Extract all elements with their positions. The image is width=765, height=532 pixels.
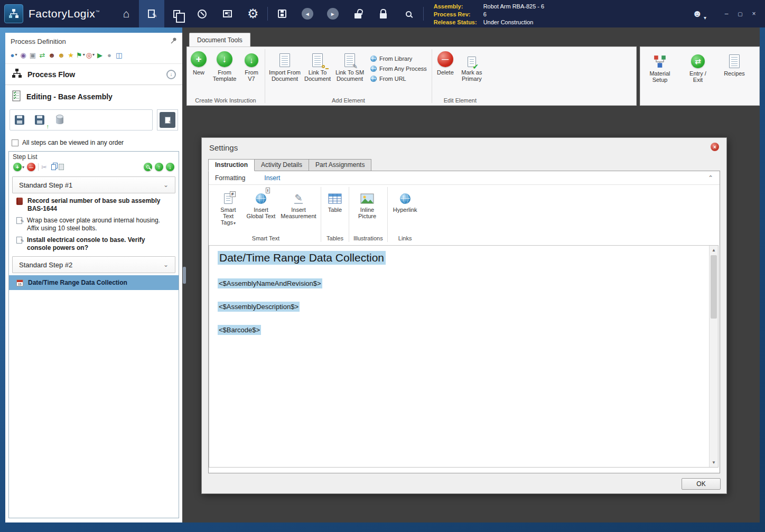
panel-title: Process Definition <box>11 38 66 45</box>
target-icon[interactable]: ◎▾ <box>86 51 95 59</box>
step-list-title: Step List <box>9 152 179 161</box>
close-button[interactable]: × <box>748 8 760 19</box>
calendar-icon <box>16 279 23 286</box>
mark-as-primary-button[interactable]: ✔ Mark as Primary <box>457 50 487 83</box>
start-icon[interactable]: ▶ <box>96 51 104 59</box>
release-status-label: Release Status: <box>434 18 477 26</box>
find-step-button[interactable] <box>144 163 152 171</box>
tab-part-assignments[interactable]: Part Assignments <box>309 159 371 171</box>
move-up-button[interactable]: ↑ <box>155 163 163 171</box>
remove-step-button[interactable]: — <box>27 163 35 171</box>
smart-text-token[interactable]: <$Barcode$> <box>218 325 261 335</box>
operator-icon[interactable]: ☻ <box>48 51 56 59</box>
insert-measurement-button[interactable]: ✎ Insert Measurement <box>278 189 319 220</box>
chevron-down-icon[interactable]: ⌄ <box>163 181 169 189</box>
move-down-button[interactable]: ↓ <box>166 163 174 171</box>
material-setup-button[interactable]: Material Setup <box>646 51 674 84</box>
editor-heading[interactable]: Date/Time Range Data Collection <box>218 251 386 265</box>
smart-text-token[interactable]: <$AssemblyDescription$> <box>218 302 300 312</box>
from-url-button[interactable]: From URL <box>370 76 427 82</box>
documents-stack-icon[interactable] <box>164 0 190 27</box>
tab-insert[interactable]: Insert <box>264 174 280 182</box>
insert-global-text-button[interactable]: I Insert Global Text <box>244 189 278 220</box>
smart-text-token[interactable]: <$AssemblyNameAndRevision$> <box>218 278 322 288</box>
settings-gear-icon[interactable]: ⚙ <box>240 0 266 27</box>
tab-document-tools[interactable]: Document Tools <box>189 33 250 46</box>
collapse-section-icon[interactable]: ↓ <box>166 70 176 79</box>
step-item[interactable]: Install electrical console to base. Veri… <box>9 235 179 254</box>
panel-splitter[interactable] <box>183 267 186 284</box>
from-v7-button[interactable]: ↓ From V7 <box>240 50 263 83</box>
link-to-sm-document-button[interactable]: ✎ Link To SM Document <box>332 50 367 83</box>
step-item[interactable]: Record serial number of base sub assembl… <box>9 195 179 215</box>
link-to-document-button[interactable]: Link To Document <box>303 50 332 83</box>
step-item-selected[interactable]: Date/Time Range Data Collection <box>9 275 179 290</box>
entry-exit-button[interactable]: ⇄ Entry / Exit <box>683 51 713 84</box>
step-group-2[interactable]: Standard Step #2 ⌄ <box>12 256 175 273</box>
home-icon[interactable]: ⌂ <box>114 0 139 27</box>
step-group-1[interactable]: Standard Step #1 ⌄ <box>12 176 175 193</box>
minimize-button[interactable]: – <box>721 8 732 19</box>
flag-icon[interactable]: ⚑▾ <box>76 51 85 59</box>
ok-button[interactable]: OK <box>682 478 721 490</box>
process-flow-row[interactable]: Process Flow ↓ <box>5 63 182 85</box>
maximize-button[interactable]: ▢ <box>734 8 746 19</box>
new-button[interactable]: + New <box>188 50 209 77</box>
editor-scrollbar[interactable]: ▲ ▼ <box>709 246 718 467</box>
dialog-close-icon[interactable]: × <box>711 143 719 151</box>
user-icon[interactable]: ☻▾ <box>692 8 703 20</box>
import-from-document-button[interactable]: Import From Document <box>267 50 303 83</box>
tab-instruction[interactable]: Instruction <box>208 159 255 171</box>
save-button[interactable] <box>12 113 27 127</box>
step-item[interactable]: Wrap base cover plate around internal ho… <box>9 215 179 235</box>
inline-picture-button[interactable]: Inline Picture <box>351 189 383 220</box>
copy-icon[interactable] <box>50 164 56 170</box>
assembly-label: Assembly: <box>434 3 477 10</box>
save-icon[interactable] <box>269 0 295 27</box>
news-icon[interactable] <box>215 0 240 27</box>
back-icon[interactable]: ◄ <box>295 0 320 27</box>
audit-search-icon[interactable] <box>396 0 422 27</box>
down-circle-icon: ↓ <box>245 53 258 67</box>
lock-icon[interactable] <box>371 0 396 27</box>
orbit-icon[interactable]: ◉ <box>19 51 27 59</box>
from-any-process-button[interactable]: From Any Process <box>370 66 427 72</box>
editor-content[interactable]: Date/Time Range Data Collection <$Assemb… <box>209 246 709 467</box>
print-icon[interactable]: ▣ <box>29 51 37 59</box>
forward-icon[interactable]: ► <box>320 0 346 27</box>
pin-icon[interactable] <box>170 37 177 45</box>
delete-button[interactable]: — Delete <box>434 50 457 77</box>
scroll-up-icon[interactable]: ▲ <box>710 246 718 255</box>
edit-work-instruction-button[interactable] <box>157 109 178 130</box>
table-button[interactable]: Table <box>323 189 347 214</box>
from-template-button[interactable]: ↓ From Template <box>209 50 240 83</box>
delete-database-button[interactable] <box>52 113 67 127</box>
favorites-icon[interactable]: ★ <box>67 51 75 59</box>
model-view-icon[interactable]: ●▾ <box>10 51 18 59</box>
unlock-icon[interactable] <box>346 0 371 27</box>
collapse-ribbon-icon[interactable]: ⌃ <box>708 174 713 182</box>
sync-icon[interactable]: ⇄ <box>38 51 46 59</box>
work-instructions-icon[interactable] <box>139 0 164 27</box>
main-area: Document Tools + New ↓ From Template ↓ <box>182 27 760 522</box>
add-step-button[interactable]: +▾ <box>13 163 24 171</box>
any-order-checkbox[interactable] <box>12 139 18 146</box>
paste-icon[interactable] <box>59 164 64 170</box>
scroll-thumb[interactable] <box>711 255 717 319</box>
from-library-button[interactable]: From Library <box>370 55 427 62</box>
smart-text-tags-button[interactable]: F Smart Text Tags▾ <box>213 189 244 228</box>
compass-icon[interactable] <box>190 0 215 27</box>
tab-activity-details[interactable]: Activity Details <box>254 159 309 171</box>
tab-formatting[interactable]: Formatting <box>215 174 245 182</box>
recipes-button[interactable]: Recipes <box>722 51 747 78</box>
hyperlink-button[interactable]: Hyperlink <box>390 189 421 214</box>
record-icon[interactable]: ● <box>105 51 114 59</box>
scroll-down-icon[interactable]: ▼ <box>710 458 718 467</box>
instruction-editor[interactable]: Date/Time Range Data Collection <$Assemb… <box>209 245 719 468</box>
pause-icon[interactable]: ◫ <box>115 51 123 59</box>
chevron-down-icon[interactable]: ⌄ <box>163 261 169 268</box>
globe-icon <box>370 76 377 82</box>
engineer-icon[interactable]: ☻ <box>57 51 66 59</box>
import-button[interactable]: ↑ <box>32 113 47 127</box>
cut-icon[interactable]: ✂ <box>41 163 47 171</box>
